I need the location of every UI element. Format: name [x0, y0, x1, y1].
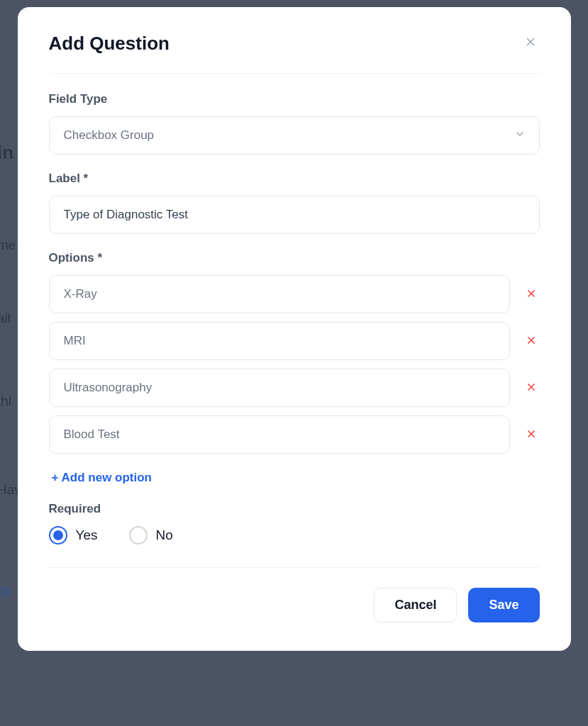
field-type-label: Field Type	[49, 92, 540, 106]
radio-circle-icon	[49, 526, 67, 544]
label-group: Label *	[49, 172, 540, 234]
option-input-2[interactable]	[49, 369, 510, 407]
remove-icon	[526, 428, 537, 442]
required-yes-label: Yes	[76, 527, 98, 543]
remove-icon	[526, 288, 537, 301]
cancel-button[interactable]: Cancel	[374, 588, 457, 622]
option-input-0[interactable]	[49, 275, 510, 313]
option-row	[49, 415, 540, 454]
required-label: Required	[49, 502, 540, 516]
required-group: Required Yes No	[49, 502, 540, 544]
option-input-1[interactable]	[49, 322, 510, 360]
modal-backdrop: Add Question Field Type	[0, 0, 588, 726]
required-no-label: No	[156, 527, 173, 543]
required-yes-radio[interactable]: Yes	[49, 526, 98, 544]
modal-footer: Cancel Save	[49, 567, 540, 622]
label-field-label: Label *	[49, 172, 540, 186]
remove-icon	[526, 381, 537, 395]
field-type-select-wrapper	[49, 116, 540, 155]
close-icon	[524, 35, 537, 50]
add-option-button[interactable]: + Add new option	[49, 462, 152, 485]
option-row	[49, 369, 540, 407]
radio-circle-icon	[129, 526, 148, 544]
save-button[interactable]: Save	[468, 588, 539, 622]
remove-option-button[interactable]	[523, 285, 540, 304]
field-type-select[interactable]	[49, 116, 540, 155]
radio-dot-icon	[53, 530, 63, 540]
modal-title: Add Question	[49, 33, 170, 55]
close-button[interactable]	[521, 33, 540, 53]
modal-header: Add Question	[49, 33, 540, 74]
option-row	[49, 322, 540, 360]
add-question-modal: Add Question Field Type	[18, 7, 571, 651]
option-row	[49, 275, 540, 313]
remove-option-button[interactable]	[523, 332, 540, 351]
field-type-group: Field Type	[49, 92, 540, 155]
required-radio-group: Yes No	[49, 526, 540, 544]
remove-option-button[interactable]	[523, 379, 540, 398]
option-input-3[interactable]	[49, 415, 510, 454]
label-input[interactable]	[49, 196, 540, 234]
options-group: Options *	[49, 251, 540, 485]
options-label: Options *	[49, 251, 540, 265]
required-no-radio[interactable]: No	[129, 526, 173, 544]
remove-icon	[526, 335, 537, 348]
remove-option-button[interactable]	[523, 425, 540, 445]
